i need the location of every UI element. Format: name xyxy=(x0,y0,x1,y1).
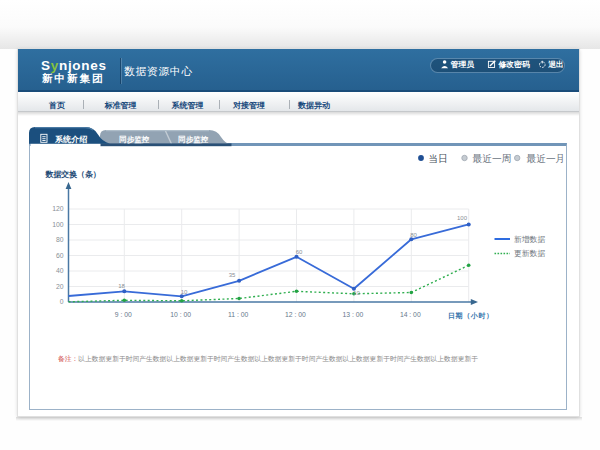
svg-text:13 : 00: 13 : 00 xyxy=(343,311,364,318)
svg-text:80: 80 xyxy=(410,232,417,238)
svg-text:60: 60 xyxy=(56,252,64,259)
svg-text:新中新集团: 新中新集团 xyxy=(41,72,105,84)
svg-text:11 : 00: 11 : 00 xyxy=(228,311,249,318)
svg-text:同步监控: 同步监控 xyxy=(178,135,209,144)
svg-text:18: 18 xyxy=(118,283,125,289)
svg-text:同步监控: 同步监控 xyxy=(119,135,150,144)
svg-text:12 : 00: 12 : 00 xyxy=(285,311,306,318)
svg-text:日期（小时）: 日期（小时） xyxy=(448,312,493,320)
svg-text:当日: 当日 xyxy=(429,153,448,164)
svg-text:100: 100 xyxy=(52,221,64,228)
svg-text:100: 100 xyxy=(457,215,468,221)
svg-text:更新数据: 更新数据 xyxy=(514,249,545,258)
svg-text:20: 20 xyxy=(56,283,64,290)
svg-text:备注：以上数据更新于时间产生数据以上数据更新于时间产生数据以: 备注：以上数据更新于时间产生数据以上数据更新于时间产生数据以上数据更新于时间产生… xyxy=(58,355,478,363)
svg-text:10: 10 xyxy=(353,290,360,296)
svg-text:管理员: 管理员 xyxy=(450,60,475,69)
svg-text:修改密码: 修改密码 xyxy=(498,60,530,69)
svg-text:数据资源中心: 数据资源中心 xyxy=(124,65,193,77)
svg-text:10 : 00: 10 : 00 xyxy=(170,311,191,318)
svg-text:80: 80 xyxy=(56,236,64,243)
svg-text:60: 60 xyxy=(296,249,303,255)
svg-text:新增数据: 新增数据 xyxy=(514,235,545,244)
svg-text:40: 40 xyxy=(56,267,64,274)
svg-text:35: 35 xyxy=(229,272,236,278)
svg-text:系统介绍: 系统介绍 xyxy=(54,134,87,144)
svg-text:14 : 00: 14 : 00 xyxy=(400,311,421,318)
svg-text:退出: 退出 xyxy=(547,60,564,69)
svg-text:9 : 00: 9 : 00 xyxy=(115,311,132,318)
svg-text:数据交换（条）: 数据交换（条） xyxy=(45,170,101,179)
svg-text:0: 0 xyxy=(60,298,64,305)
svg-text:最近一周: 最近一周 xyxy=(473,153,512,164)
svg-text:最近一月: 最近一月 xyxy=(527,153,566,164)
svg-text:120: 120 xyxy=(52,205,64,212)
svg-text:10: 10 xyxy=(181,289,188,295)
